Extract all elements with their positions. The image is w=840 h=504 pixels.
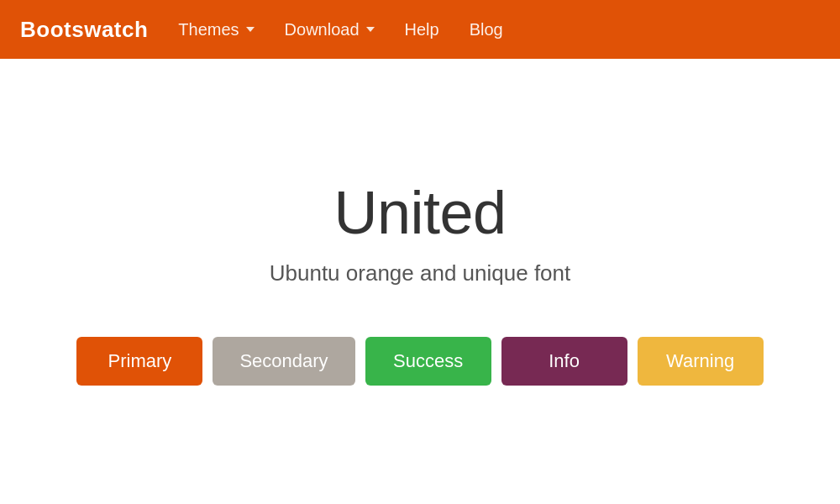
- nav-link-help[interactable]: Help: [391, 13, 453, 46]
- button-group: Primary Secondary Success Info Warning: [76, 337, 763, 386]
- secondary-button[interactable]: Secondary: [213, 337, 354, 386]
- nav-item-help: Help: [391, 13, 453, 46]
- theme-subtitle: Ubuntu orange and unique font: [270, 260, 571, 286]
- nav-label-help: Help: [405, 20, 439, 39]
- nav-item-download: Download: [271, 13, 388, 46]
- navbar-brand[interactable]: Bootswatch: [20, 17, 148, 43]
- nav-link-blog[interactable]: Blog: [456, 13, 517, 46]
- nav-label-themes: Themes: [178, 20, 239, 39]
- main-content: United Ubuntu orange and unique font Pri…: [0, 59, 840, 504]
- theme-title: United: [333, 178, 506, 247]
- nav-link-download[interactable]: Download: [271, 13, 388, 46]
- warning-button[interactable]: Warning: [638, 337, 764, 386]
- nav-label-download: Download: [285, 20, 360, 39]
- navbar: Bootswatch Themes Download Help Blog: [0, 0, 840, 59]
- info-button[interactable]: Info: [501, 337, 627, 386]
- navbar-nav: Themes Download Help Blog: [165, 13, 516, 46]
- success-button[interactable]: Success: [365, 337, 491, 386]
- nav-link-themes[interactable]: Themes: [165, 13, 267, 46]
- nav-item-blog: Blog: [456, 13, 517, 46]
- nav-item-themes: Themes: [165, 13, 267, 46]
- chevron-down-icon-download: [366, 27, 375, 32]
- primary-button[interactable]: Primary: [76, 337, 202, 386]
- chevron-down-icon: [246, 27, 255, 32]
- nav-label-blog: Blog: [470, 20, 503, 39]
